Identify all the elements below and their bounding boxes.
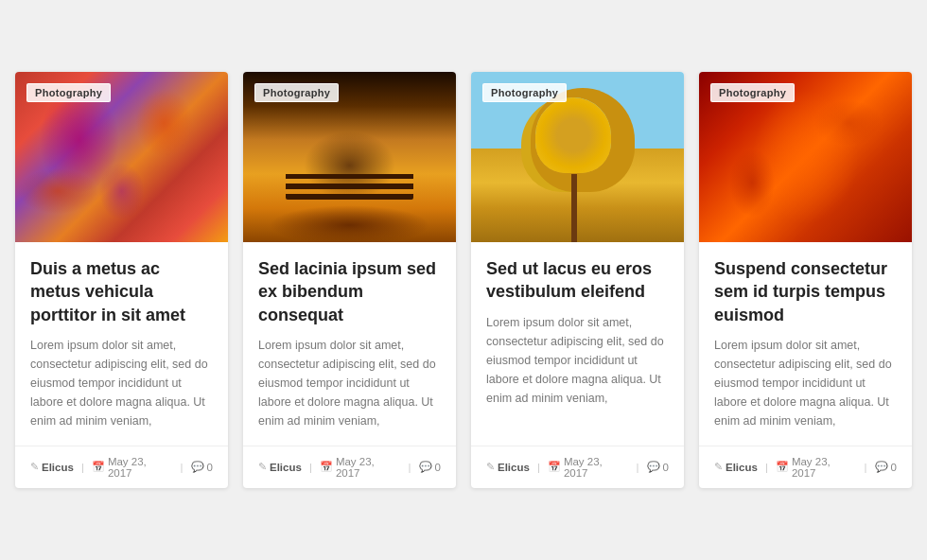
card-image-wrap: Photography	[243, 72, 456, 242]
comment-item: 💬 0	[647, 461, 669, 473]
card-title[interactable]: Sed ut lacus eu eros vestibulum eleifend	[486, 257, 669, 304]
calendar-icon: 📅	[92, 461, 105, 473]
calendar-icon: 📅	[548, 461, 561, 473]
separator-2: |	[181, 462, 184, 473]
author-item: ✎ Elicus	[486, 461, 530, 473]
separator-1: |	[309, 462, 312, 473]
card-1: Photography Duis a metus ac metus vehicu…	[15, 72, 228, 488]
card-4: Photography Suspend consectetur sem id t…	[699, 72, 912, 488]
card-footer: ✎ Elicus | 📅 May 23, 2017 | 💬 0	[699, 446, 912, 488]
author-item: ✎ Elicus	[258, 461, 302, 473]
author-name: Elicus	[270, 462, 302, 473]
person-icon: ✎	[714, 461, 723, 473]
separator-2: |	[865, 462, 867, 473]
post-date: May 23, 2017	[336, 456, 401, 479]
card-title[interactable]: Suspend consectetur sem id turpis tempus…	[714, 257, 897, 326]
separator-1: |	[81, 462, 84, 473]
cards-grid: Photography Duis a metus ac metus vehicu…	[15, 72, 912, 488]
date-item: 📅 May 23, 2017	[548, 456, 629, 479]
card-image-wrap: Photography	[15, 72, 228, 242]
person-icon: ✎	[258, 461, 267, 473]
comment-item: 💬 0	[191, 461, 213, 473]
author-name: Elicus	[42, 462, 74, 473]
card-excerpt: Lorem ipsum dolor sit amet, consectetur …	[714, 336, 897, 430]
separator-2: |	[409, 462, 411, 473]
card-footer: ✎ Elicus | 📅 May 23, 2017 | 💬 0	[471, 446, 684, 488]
post-date: May 23, 2017	[108, 456, 173, 479]
card-title[interactable]: Duis a metus ac metus vehicula porttitor…	[30, 257, 213, 326]
card-footer: ✎ Elicus | 📅 May 23, 2017 | 💬 0	[243, 446, 456, 488]
date-item: 📅 May 23, 2017	[320, 456, 401, 479]
date-item: 📅 May 23, 2017	[92, 456, 173, 479]
person-icon: ✎	[486, 461, 495, 473]
separator-1: |	[537, 462, 540, 473]
post-date: May 23, 2017	[792, 456, 857, 479]
comment-icon: 💬	[647, 461, 660, 473]
comment-count: 0	[207, 462, 213, 473]
post-date: May 23, 2017	[564, 456, 629, 479]
date-item: 📅 May 23, 2017	[776, 456, 857, 479]
comment-count: 0	[891, 462, 897, 473]
category-badge[interactable]: Photography	[710, 83, 795, 102]
category-badge[interactable]: Photography	[26, 83, 111, 102]
comment-icon: 💬	[191, 461, 204, 473]
comment-icon: 💬	[875, 461, 888, 473]
comment-count: 0	[435, 462, 441, 473]
calendar-icon: 📅	[320, 461, 333, 473]
card-title[interactable]: Sed lacinia ipsum sed ex bibendum conseq…	[258, 257, 441, 326]
category-badge[interactable]: Photography	[254, 83, 339, 102]
person-icon: ✎	[30, 461, 39, 473]
card-excerpt: Lorem ipsum dolor sit amet, consectetur …	[486, 313, 669, 430]
card-body: Duis a metus ac metus vehicula porttitor…	[15, 242, 228, 446]
card-image-wrap: Photography	[699, 72, 912, 242]
separator-2: |	[637, 462, 639, 473]
author-name: Elicus	[726, 462, 758, 473]
comment-item: 💬 0	[419, 461, 441, 473]
card-body: Suspend consectetur sem id turpis tempus…	[699, 242, 912, 446]
card-image-wrap: Photography	[471, 72, 684, 242]
card-excerpt: Lorem ipsum dolor sit amet, consectetur …	[258, 336, 441, 430]
card-footer: ✎ Elicus | 📅 May 23, 2017 | 💬 0	[15, 446, 228, 488]
comment-item: 💬 0	[875, 461, 897, 473]
card-3: Photography Sed ut lacus eu eros vestibu…	[471, 72, 684, 488]
author-name: Elicus	[498, 462, 530, 473]
card-excerpt: Lorem ipsum dolor sit amet, consectetur …	[30, 336, 213, 430]
card-2: Photography Sed lacinia ipsum sed ex bib…	[243, 72, 456, 488]
author-item: ✎ Elicus	[30, 461, 74, 473]
author-item: ✎ Elicus	[714, 461, 758, 473]
category-badge[interactable]: Photography	[482, 83, 567, 102]
separator-1: |	[765, 462, 768, 473]
calendar-icon: 📅	[776, 461, 789, 473]
card-body: Sed lacinia ipsum sed ex bibendum conseq…	[243, 242, 456, 446]
comment-icon: 💬	[419, 461, 432, 473]
comment-count: 0	[663, 462, 669, 473]
card-body: Sed ut lacus eu eros vestibulum eleifend…	[471, 242, 684, 446]
